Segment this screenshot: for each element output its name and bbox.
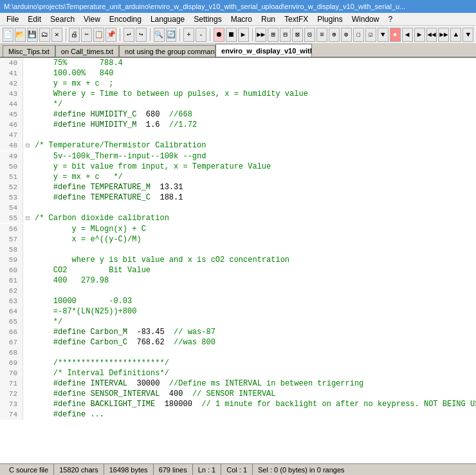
line-content: =-87*(LN(N25))+800 [32, 306, 476, 317]
tab-call-times[interactable]: on Call_times.txt [55, 45, 119, 57]
line-content: 10000 -0.03 [32, 296, 476, 306]
toolbar-b8[interactable]: ☐ [353, 28, 364, 42]
status-col: Col : 1 [221, 464, 253, 475]
line-number: 73 [0, 399, 23, 409]
table-row: 48⊟/* Temperature/Thermistor Calibration [0, 140, 476, 151]
line-content: y = bit value from input, x = Temperatur… [32, 162, 476, 172]
tabs-bar: Misc_Tips.txt on Call_times.txt not usin… [0, 44, 476, 58]
toolbar-b13[interactable]: ▶ [414, 28, 425, 42]
line-number: 53 [0, 192, 23, 203]
toolbar-open[interactable]: 📂 [15, 28, 26, 42]
toolbar-undo[interactable]: ↩ [124, 28, 134, 42]
toolbar-paste[interactable]: 📌 [105, 28, 116, 42]
toolbar-zoom-out[interactable]: - [196, 28, 206, 42]
menu-view[interactable]: View [80, 14, 104, 25]
line-number: 50 [0, 162, 23, 172]
line-number: 64 [0, 306, 23, 317]
toolbar-save-all[interactable]: 🗂 [39, 28, 50, 42]
toolbar-macro-play[interactable]: ▶ [238, 28, 249, 42]
toolbar-b1[interactable]: ⊞ [268, 28, 279, 42]
tab-enviro-pde[interactable]: enviro_w_display_v10_with_serial_upload.… [215, 44, 312, 57]
menu-plugins[interactable]: Plugins [313, 14, 346, 25]
toolbar-b3[interactable]: ⊠ [292, 28, 303, 42]
fold-icon[interactable]: ⊟ [23, 214, 32, 224]
toolbar-find[interactable]: 🔍 [154, 28, 165, 42]
line-number: 46 [0, 120, 23, 130]
line-number: 42 [0, 79, 23, 89]
status-bytes: 16498 bytes [104, 464, 154, 475]
table-row: 70 /* Interval Definitions*/ [0, 368, 476, 378]
toolbar-copy[interactable]: 📋 [93, 28, 104, 42]
line-content: y = mx + c */ [32, 172, 476, 182]
menu-settings[interactable]: Settings [190, 14, 225, 25]
line-content: #define INTERVAL 30000 //Define ms INTER… [32, 378, 476, 389]
line-content: #define SENSOR_INTERVAL 400 // SENSOR IN… [32, 389, 476, 399]
menu-macro[interactable]: Macro [227, 14, 256, 25]
status-ln: Ln : 1 [193, 464, 222, 475]
toolbar-b15[interactable]: ▶▶ [438, 28, 449, 42]
toolbar: 📄 📂 💾 🗂 ✕ 🖨 ✂ 📋 📌 ↩ ↪ 🔍 🔄 + - ⏺ ⏹ ▶ ▶▶ ⊞… [0, 26, 476, 44]
table-row: 51 y = mx + c */ [0, 172, 476, 182]
table-row: 49 5v--100k_Therm--input--100k --gnd [0, 151, 476, 162]
toolbar-b9[interactable]: ☑ [365, 28, 376, 42]
toolbar-b2[interactable]: ⊟ [280, 28, 291, 42]
toolbar-b10[interactable]: ▼ [378, 28, 389, 42]
line-number: 60 [0, 265, 23, 275]
menu-bar: File Edit Search View Encoding Language … [0, 13, 476, 26]
line-number: 57 [0, 234, 23, 245]
line-number: 51 [0, 172, 23, 182]
menu-textfx[interactable]: TextFX [280, 14, 312, 25]
tab-group-cmd[interactable]: not using the group command give 20 erro… [119, 45, 215, 57]
toolbar-macro-stop[interactable]: ⏹ [226, 28, 237, 42]
menu-language[interactable]: Language [147, 14, 188, 25]
menu-file[interactable]: File [3, 14, 23, 25]
line-number: 48 [0, 140, 23, 151]
toolbar-redo[interactable]: ↪ [136, 28, 147, 42]
line-content: Where y = Time to between up pulses, x =… [32, 89, 476, 99]
table-row: 40 75% 788.4 [0, 58, 476, 68]
status-file-type: C source file [4, 464, 54, 475]
line-content: #define HUMIDITY_M 1.6 //1.72 [32, 120, 476, 130]
toolbar-b7[interactable]: ⊗ [341, 28, 352, 42]
table-row: 43 Where y = Time to between up pulses, … [0, 89, 476, 99]
fold-icon[interactable]: ⊟ [23, 141, 32, 151]
menu-run[interactable]: Run [257, 14, 279, 25]
menu-search[interactable]: Search [46, 14, 78, 25]
toolbar-b11[interactable]: ● [390, 28, 401, 42]
line-number: 44 [0, 99, 23, 109]
status-chars: 15820 chars [54, 464, 104, 475]
toolbar-b6[interactable]: ⊕ [329, 28, 340, 42]
line-content: 400 279.98 [32, 275, 476, 286]
status-sel: Sel : 0 (0 bytes) in 0 ranges [253, 464, 350, 475]
table-row: 66 #define Carbon_M -83.45 // was-87 [0, 327, 476, 337]
menu-window[interactable]: Window [348, 14, 383, 25]
line-content: 75% 788.4 [32, 58, 476, 68]
toolbar-macro-rec[interactable]: ⏺ [214, 28, 224, 42]
toolbar-new[interactable]: 📄 [3, 28, 14, 42]
toolbar-cut[interactable]: ✂ [81, 28, 92, 42]
table-row: 69 /***********************/ [0, 358, 476, 368]
table-row: 56 y = MLogn(x) + C [0, 224, 476, 234]
toolbar-b4[interactable]: ⊡ [304, 28, 315, 42]
line-content: x = e^((y-C)/M) [32, 234, 476, 245]
toolbar-b14[interactable]: ◀◀ [426, 28, 437, 42]
table-row: 41 100.00% 840 [0, 68, 476, 79]
toolbar-b5[interactable]: ≡ [316, 28, 327, 42]
toolbar-zoom-in[interactable]: + [183, 28, 194, 42]
menu-help[interactable]: ? [384, 14, 396, 25]
toolbar-replace[interactable]: 🔄 [166, 28, 177, 42]
table-row: 47 [0, 130, 476, 140]
toolbar-save[interactable]: 💾 [27, 28, 38, 42]
toolbar-run[interactable]: ▶▶ [255, 28, 266, 42]
line-number: 56 [0, 224, 23, 234]
menu-edit[interactable]: Edit [24, 14, 45, 25]
toolbar-b16[interactable]: ▲ [450, 28, 461, 42]
toolbar-print[interactable]: 🖨 [69, 28, 80, 42]
tab-misc-tips[interactable]: Misc_Tips.txt [3, 45, 55, 57]
table-row: 57 x = e^((y-C)/M) [0, 234, 476, 245]
toolbar-b17[interactable]: ▼ [462, 28, 473, 42]
menu-encoding[interactable]: Encoding [105, 14, 145, 25]
toolbar-b12[interactable]: ◀ [402, 28, 413, 42]
table-row: 59 where y is bit value and x is cO2 con… [0, 255, 476, 265]
toolbar-close[interactable]: ✕ [51, 28, 62, 42]
